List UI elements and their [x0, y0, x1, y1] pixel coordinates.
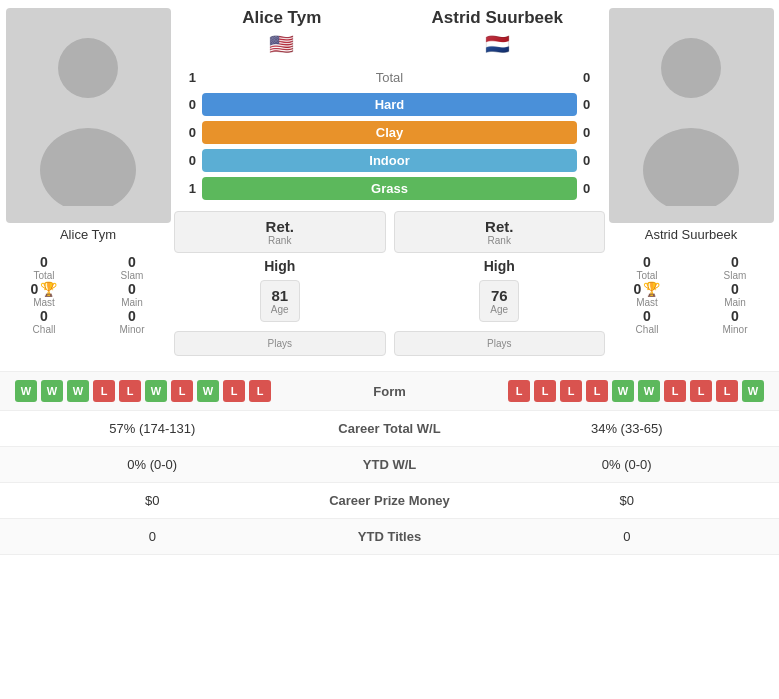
left-main-stat: 0 Main — [96, 281, 168, 308]
right-slam-lbl: Slam — [699, 270, 771, 281]
right-mast-stat: 0 🏆 Mast — [611, 281, 683, 308]
surface-row-grass: 1 Grass 0 — [174, 177, 605, 200]
left-minor-lbl: Minor — [96, 324, 168, 335]
right-main-stat: 0 Main — [699, 281, 771, 308]
form-badge-right-W: W — [742, 380, 764, 402]
right-minor-stat: 0 Minor — [699, 308, 771, 335]
right-high: High — [484, 258, 515, 274]
form-badge-left-W: W — [15, 380, 37, 402]
right-mast-val: 0 — [634, 281, 642, 297]
right-slam-val: 0 — [699, 254, 771, 270]
total-left-val: 1 — [174, 70, 196, 85]
form-badge-right-W: W — [638, 380, 660, 402]
total-line: 1 Total 0 — [174, 70, 605, 85]
form-badge-right-L: L — [508, 380, 530, 402]
left-rank-box: Ret. Rank — [174, 211, 386, 253]
form-badge-left-W: W — [197, 380, 219, 402]
left-total-val: 0 — [8, 254, 80, 270]
form-badge-right-L: L — [690, 380, 712, 402]
left-main-val: 0 — [96, 281, 168, 297]
left-player-photo — [6, 8, 171, 223]
form-row: WWWLLWLWLL Form LLLLWWLLLW — [0, 372, 779, 411]
grass-pill: Grass — [202, 177, 577, 200]
hard-left-val: 0 — [174, 97, 196, 112]
stat-left-1: 0% (0-0) — [15, 457, 290, 472]
stat-right-0: 34% (33-65) — [490, 421, 765, 436]
form-badge-left-W: W — [41, 380, 63, 402]
grass-left-val: 1 — [174, 181, 196, 196]
form-left: WWWLLWLWLL — [15, 380, 330, 402]
left-mast-stat: 0 🏆 Mast — [8, 281, 80, 308]
stats-row-1: 0% (0-0) YTD W/L 0% (0-0) — [0, 447, 779, 483]
clay-right-val: 0 — [583, 125, 605, 140]
left-slam-stat: 0 Slam — [96, 254, 168, 281]
center-column: Alice Tym 🇺🇸 Astrid Suurbeek 🇳🇱 1 Total … — [174, 8, 605, 361]
right-age-lbl: Age — [490, 304, 508, 315]
left-chall-val: 0 — [8, 308, 80, 324]
stat-right-2: $0 — [490, 493, 765, 508]
stat-right-3: 0 — [490, 529, 765, 544]
right-chall-lbl: Chall — [611, 324, 683, 335]
right-player-header: Astrid Suurbeek — [390, 8, 606, 28]
right-plays-lbl: Plays — [405, 338, 595, 349]
form-badge-right-L: L — [560, 380, 582, 402]
right-flag: 🇳🇱 — [390, 32, 606, 56]
left-mast-val-row: 0 🏆 — [8, 281, 80, 297]
right-player-photo — [609, 8, 774, 223]
form-badge-left-L: L — [119, 380, 141, 402]
stat-left-3: 0 — [15, 529, 290, 544]
right-rank-lbl: Rank — [405, 235, 595, 246]
svg-point-1 — [40, 128, 136, 206]
surface-row-clay: 0 Clay 0 — [174, 121, 605, 144]
clay-pill: Clay — [202, 121, 577, 144]
left-player-column: Alice Tym 0 Total 0 Slam 0 🏆 Mast 0 Main — [8, 8, 168, 335]
left-total-lbl: Total — [8, 270, 80, 281]
stats-row-0: 57% (174-131) Career Total W/L 34% (33-6… — [0, 411, 779, 447]
left-chall-stat: 0 Chall — [8, 308, 80, 335]
stat-right-1: 0% (0-0) — [490, 457, 765, 472]
stat-label-0: Career Total W/L — [290, 421, 490, 436]
stat-left-0: 57% (174-131) — [15, 421, 290, 436]
stats-row-3: 0 YTD Titles 0 — [0, 519, 779, 555]
left-stats-group: 0 Total 0 Slam 0 🏆 Mast 0 Main 0 Chall — [8, 254, 168, 335]
right-player-header-area: Astrid Suurbeek 🇳🇱 — [390, 8, 606, 62]
left-high: High — [264, 258, 295, 274]
hard-pill: Hard — [202, 93, 577, 116]
right-plays-box: Plays — [394, 331, 606, 356]
center-side-stats: Ret. Rank High 81 Age Plays Ret. — [174, 211, 605, 361]
right-total-val: 0 — [611, 254, 683, 270]
svg-point-3 — [643, 128, 739, 206]
left-player-header-area: Alice Tym 🇺🇸 — [174, 8, 390, 62]
stat-label-1: YTD W/L — [290, 457, 490, 472]
form-badge-left-L: L — [93, 380, 115, 402]
surface-rows: 0 Hard 0 0 Clay 0 0 Indoor 0 1 Grass 0 — [174, 93, 605, 205]
surface-row-hard: 0 Hard 0 — [174, 93, 605, 116]
right-chall-stat: 0 Chall — [611, 308, 683, 335]
form-badge-left-L: L — [171, 380, 193, 402]
right-trophy-icon: 🏆 — [643, 281, 660, 297]
right-rank-val: Ret. — [405, 218, 595, 235]
form-right: LLLLWWLLLW — [450, 380, 765, 402]
left-main-lbl: Main — [96, 297, 168, 308]
left-player-header: Alice Tym — [174, 8, 390, 28]
total-center-label: Total — [202, 70, 577, 85]
left-minor-stat: 0 Minor — [96, 308, 168, 335]
indoor-right-val: 0 — [583, 153, 605, 168]
right-total-stat: 0 Total — [611, 254, 683, 281]
right-total-lbl: Total — [611, 270, 683, 281]
stat-label-3: YTD Titles — [290, 529, 490, 544]
right-main-val: 0 — [699, 281, 771, 297]
form-label: Form — [330, 384, 450, 399]
svg-point-2 — [661, 38, 721, 98]
left-mast-val: 0 — [31, 281, 39, 297]
right-player-name-below: Astrid Suurbeek — [645, 227, 738, 242]
right-rank-box: Ret. Rank — [394, 211, 606, 253]
right-age-val: 76 — [490, 287, 508, 304]
right-minor-lbl: Minor — [699, 324, 771, 335]
left-rank-lbl: Rank — [185, 235, 375, 246]
right-mast-val-row: 0 🏆 — [611, 281, 683, 297]
player-headers: Alice Tym 🇺🇸 Astrid Suurbeek 🇳🇱 — [174, 8, 605, 62]
stats-row-2: $0 Career Prize Money $0 — [0, 483, 779, 519]
left-age-val: 81 — [271, 287, 289, 304]
left-trophy-icon: 🏆 — [40, 281, 57, 297]
